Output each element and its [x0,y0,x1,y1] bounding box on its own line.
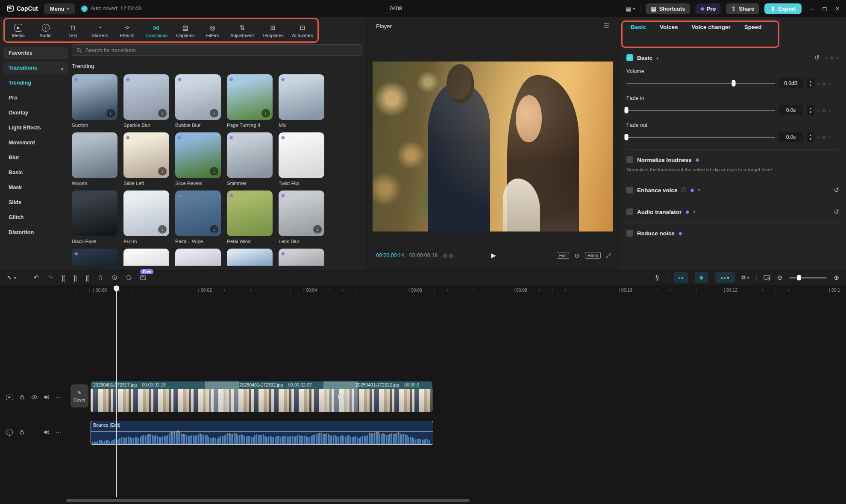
tab-voice-changer[interactable]: Voice changer [692,24,731,30]
fade-out-slider[interactable] [626,137,775,138]
transition-card[interactable]: ◆ [279,249,324,266]
export-button[interactable]: ⇧ Export [764,3,802,14]
transition-thumb-partial[interactable] [123,249,169,266]
menu-button[interactable]: Menu ▾ [44,3,75,14]
tab-filters[interactable]: ◎Filters [203,24,222,38]
transition-card[interactable]: ◆↓Slice Reveal [175,132,221,186]
mute-speaker-icon[interactable] [44,395,49,400]
record-voiceover-button[interactable] [655,274,660,281]
sidebar-item-mask[interactable]: Mask [3,182,68,193]
timeline[interactable]: 00:0000:0200:0400:0600:0800:1000:1200:1 … [0,285,846,504]
zoom-in-button[interactable]: ⊕ [834,274,839,281]
transition-thumb-suction[interactable]: ◆↓ [72,74,118,120]
sidebar-item-transitions[interactable]: Transitions▴ [3,62,68,74]
slider-thumb[interactable] [625,107,629,114]
fade-in-slider[interactable] [626,110,775,111]
zoom-slider-thumb[interactable] [797,275,801,281]
download-icon[interactable]: ↓ [210,167,218,176]
value-stepper[interactable]: ▲▼ [807,132,814,142]
sidebar-item-movement[interactable]: Movement [3,137,68,149]
close-button[interactable]: × [836,5,839,12]
track-more-button[interactable]: ⋯ [56,394,62,401]
transition-thumb-page-turning-ii[interactable]: ◆↓ [227,74,273,120]
sidebar-item-blur[interactable]: Blur [3,152,68,164]
basic-section-checkbox[interactable]: ✓ [626,54,633,61]
transition-thumb-sparkle-blur[interactable]: ◆↓ [123,74,169,120]
transition-thumb-shimmer[interactable]: ◆ [227,132,273,178]
player-menu-icon[interactable]: ☰ [604,22,609,30]
tab-basic[interactable]: Basic [631,24,646,30]
tab-audio[interactable]: ♪Audio [36,24,55,38]
reset-icon[interactable]: ↺ [834,208,839,216]
reset-icon[interactable]: ↺ [834,186,839,194]
sidebar-item-favorites[interactable]: Favorites [3,47,68,59]
link-clips-toggle[interactable]: ⊷▾ [715,272,735,283]
sidebar-item-light-effects[interactable]: Light Effects [3,122,68,134]
sidebar-item-glitch[interactable]: Glitch [3,211,68,223]
transition-marker[interactable]: ⋈ [205,381,239,412]
pro-badge[interactable]: ◆ Pro [695,3,721,14]
sidebar-item-trending[interactable]: Trending [3,77,68,89]
visibility-eye-icon[interactable] [31,395,38,399]
download-icon[interactable]: ↓ [158,167,167,176]
transition-thumb-black-fade[interactable] [72,190,118,236]
slider-thumb[interactable] [625,134,629,141]
redo-button[interactable]: ↷ [47,274,53,281]
volume-slider[interactable] [626,83,775,84]
move-mode-button[interactable]: ⧉▾ [742,274,749,281]
reset-icon[interactable]: ↺ [814,54,820,62]
split-button[interactable]: ][ [62,274,65,281]
audio-volume-line[interactable] [91,431,433,432]
undo-button[interactable]: ↶ [34,274,39,281]
sidebar-item-basic[interactable]: Basic [3,167,68,179]
transition-thumb-partial[interactable] [227,249,273,266]
transition-card[interactable]: ◆↓Paint... Wipe [175,190,221,244]
transition-thumb-lens-blur[interactable]: ◆↓ [279,190,324,236]
transition-marker[interactable]: ⋈ [323,381,358,412]
transition-thumb-woosh[interactable] [72,132,118,178]
transition-card[interactable] [175,249,221,266]
collapse-caret-icon[interactable]: ▴ [656,56,658,60]
search-box[interactable] [72,44,361,56]
transition-card[interactable]: ◆↓Lens Blur [279,190,324,244]
download-icon[interactable]: ↓ [158,109,167,117]
playhead-line[interactable] [116,285,117,497]
minimize-button[interactable]: – [810,5,814,12]
video-preview[interactable] [373,62,613,231]
audio-clip[interactable]: Bounce (Edit) [91,421,433,445]
transition-thumb-partial[interactable]: ◆ [279,249,324,266]
tab-speed[interactable]: Speed [744,24,762,30]
tab-media[interactable]: ▶Media [9,24,28,38]
transition-card[interactable]: ↓Pull in [123,190,169,244]
timeline-ruler[interactable]: 00:0000:0200:0400:0600:0800:1000:1200:1 [0,285,846,296]
transition-thumb-paint-wipe[interactable]: ◆↓ [175,190,221,236]
sidebar-item-slide[interactable]: Slide [3,196,68,208]
tab-templates[interactable]: ⊞Templates [262,24,284,38]
value-stepper[interactable]: ▲▼ [807,105,814,115]
fade-out-value-input[interactable]: 0.0s [778,132,803,142]
transition-thumb-twist-flip[interactable]: ◆ [279,132,324,178]
download-icon[interactable]: ↓ [210,225,218,234]
transition-thumb-bubble-blur[interactable]: ◆↓ [175,74,221,120]
transition-card[interactable]: ◆↓Bubble Blur [175,74,221,128]
video-clip-strip[interactable]: 20250401-172317.jpg00:00:02:1520250401-1… [91,381,432,412]
full-screen-toggle[interactable]: Full [557,252,569,259]
tab-effects[interactable]: ✧Effects [118,24,136,38]
mask-button[interactable] [126,275,132,281]
sidebar-item-overlay[interactable]: Overlay [3,107,68,119]
transition-thumb-mix[interactable]: ◆ [279,74,324,120]
lock-icon[interactable] [20,395,25,400]
download-icon[interactable]: ↓ [210,109,218,117]
ratio-button[interactable]: Ratio [585,252,601,259]
transition-thumb-partial[interactable] [175,249,221,266]
normalize-loudness-checkbox[interactable] [626,156,633,163]
transition-thumb-pull-in[interactable]: ↓ [123,190,169,236]
audio-translator-checkbox[interactable] [626,208,633,215]
download-icon[interactable]: ↓ [106,109,115,117]
maximize-button[interactable]: ◻ [822,5,827,12]
mute-speaker-icon[interactable] [44,430,49,435]
timeline-zoom-slider[interactable] [789,277,827,278]
fade-in-value-input[interactable]: 0.0s [778,105,803,115]
delete-button[interactable] [97,275,103,281]
transition-thumb-slice-reveal[interactable]: ◆↓ [175,132,221,178]
